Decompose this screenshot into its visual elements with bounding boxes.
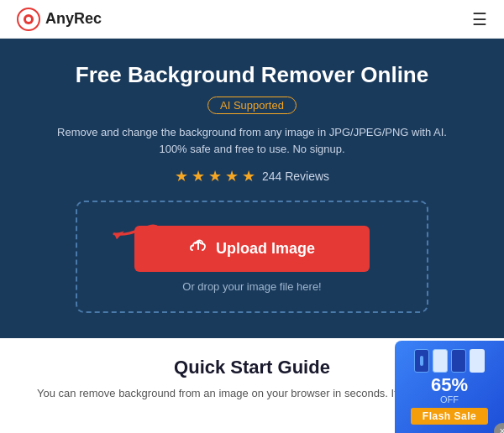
sale-percent: 65% <box>431 376 468 394</box>
star-4: ★ <box>225 167 239 185</box>
sale-off: OFF <box>440 394 459 404</box>
svg-point-2 <box>26 17 31 22</box>
upload-image-button[interactable]: Upload Image <box>134 226 370 272</box>
upload-button-label: Upload Image <box>216 240 315 258</box>
hero-section: Free Background Remover Online AI Suppor… <box>0 39 504 338</box>
hero-title: Free Background Remover Online <box>25 62 479 88</box>
flash-sale-label: Flash Sale <box>411 408 488 425</box>
hero-description: Remove and change the background from an… <box>50 124 454 157</box>
upload-cloud-icon <box>189 237 207 260</box>
stars-row: ★ ★ ★ ★ ★ 244 Reviews <box>25 167 479 185</box>
header: AnyRec ☰ <box>0 0 504 39</box>
star-5: ★ <box>242 167 255 185</box>
ticket-2 <box>433 349 448 373</box>
ticket-3 <box>451 349 466 373</box>
star-1: ★ <box>175 167 188 185</box>
drop-hint-text: Or drop your image file here! <box>94 280 410 293</box>
anyrec-logo-icon <box>17 8 40 31</box>
upload-dropzone[interactable]: Upload Image Or drop your image file her… <box>76 201 428 313</box>
star-3: ★ <box>208 167 222 185</box>
page-wrapper: AnyRec ☰ Free Background Remover Online … <box>0 0 504 433</box>
logo-text: AnyRec <box>45 10 102 28</box>
ai-badge: AI Supported <box>207 97 297 114</box>
ticket-icons <box>414 349 485 373</box>
flash-sale-banner[interactable]: 65% OFF Flash Sale <box>395 341 504 433</box>
hamburger-menu[interactable]: ☰ <box>472 11 487 28</box>
logo-area: AnyRec <box>17 8 102 31</box>
review-count: 244 Reviews <box>262 170 329 183</box>
ticket-1 <box>414 349 429 373</box>
star-2: ★ <box>192 167 205 185</box>
ticket-4 <box>470 349 485 373</box>
